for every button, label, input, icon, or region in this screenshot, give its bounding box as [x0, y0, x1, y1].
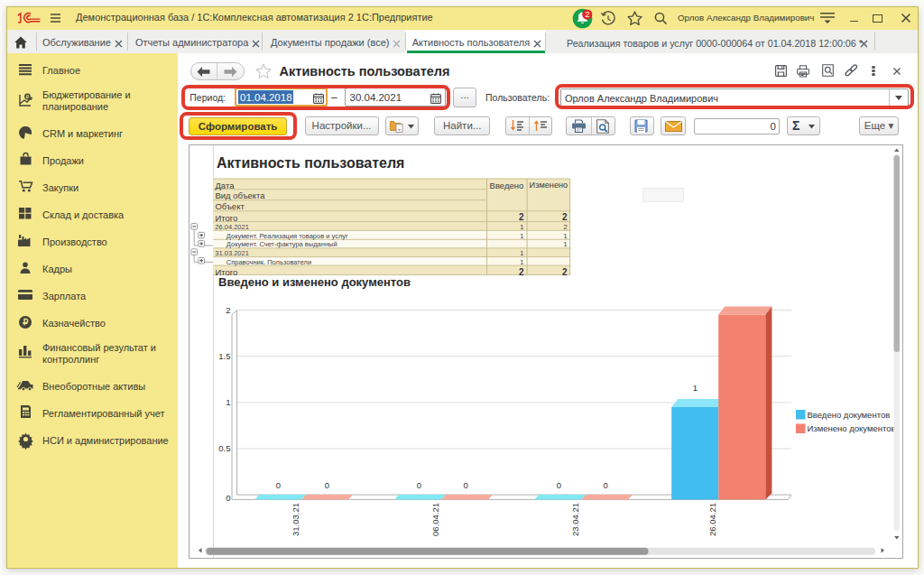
svg-text:0: 0: [463, 480, 467, 490]
svg-text:0: 0: [325, 480, 329, 490]
svg-text:1: 1: [226, 397, 230, 407]
svg-text:0: 0: [276, 480, 281, 490]
svg-text:₽: ₽: [26, 94, 30, 99]
svg-text:06.04.21: 06.04.21: [430, 503, 440, 536]
svg-text:2: 2: [585, 9, 589, 19]
svg-text:2: 2: [226, 305, 230, 315]
svg-text:0.5: 0.5: [218, 443, 230, 453]
svg-text:1.5: 1.5: [218, 351, 230, 361]
svg-text:23.04.21: 23.04.21: [570, 503, 580, 536]
svg-text:26.04.21: 26.04.21: [707, 503, 717, 536]
svg-text:₽: ₽: [23, 317, 28, 327]
svg-text:0: 0: [226, 493, 230, 503]
svg-text:31.03.21: 31.03.21: [291, 503, 300, 536]
svg-text:Изменено документов: Изменено документов: [808, 423, 896, 433]
svg-text:0: 0: [603, 480, 607, 490]
svg-text:Введено документов: Введено документов: [808, 410, 891, 420]
svg-text:0: 0: [557, 480, 561, 490]
svg-text:1: 1: [693, 383, 698, 393]
svg-text:0: 0: [417, 480, 421, 490]
